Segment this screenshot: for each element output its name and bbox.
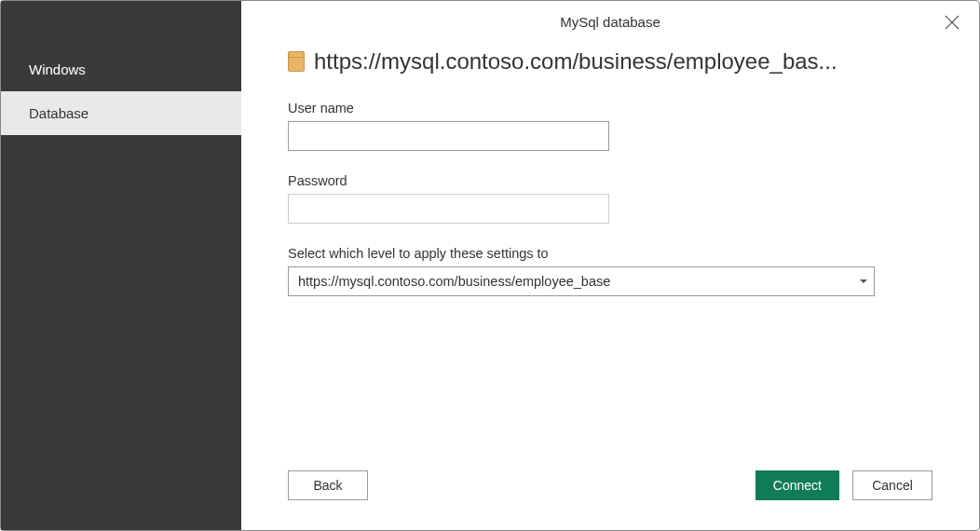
- close-icon: [944, 18, 960, 34]
- username-input[interactable]: [288, 121, 609, 151]
- cancel-button[interactable]: Cancel: [852, 470, 932, 500]
- dialog-title: MySql database: [241, 1, 979, 39]
- auth-type-sidebar: Windows Database: [1, 1, 241, 530]
- connect-button[interactable]: Connect: [755, 470, 839, 500]
- dialog-footer: Back Connect Cancel: [241, 470, 979, 530]
- sidebar-item-database[interactable]: Database: [1, 91, 241, 135]
- level-select-value: https://mysql.contoso.com/business/emplo…: [298, 274, 610, 289]
- password-input[interactable]: [288, 194, 609, 224]
- main-panel: MySql database https://mysql.contoso.com…: [241, 1, 979, 530]
- back-button[interactable]: Back: [288, 470, 368, 500]
- sidebar-item-label: Windows: [29, 61, 86, 77]
- password-label: Password: [288, 173, 932, 188]
- level-label: Select which level to apply these settin…: [288, 246, 932, 261]
- form-content: https://mysql.contoso.com/business/emplo…: [241, 39, 979, 470]
- datasource-url: https://mysql.contoso.com/business/emplo…: [314, 48, 932, 75]
- datasource-url-row: https://mysql.contoso.com/business/emplo…: [288, 48, 932, 75]
- level-select-box[interactable]: https://mysql.contoso.com/business/emplo…: [288, 266, 875, 296]
- sidebar-item-windows[interactable]: Windows: [1, 48, 241, 91]
- level-select[interactable]: https://mysql.contoso.com/business/emplo…: [288, 266, 875, 296]
- credential-dialog: Windows Database MySql database https://…: [0, 0, 980, 531]
- database-icon: [288, 51, 305, 72]
- username-label: User name: [288, 101, 932, 116]
- close-button[interactable]: [944, 14, 960, 34]
- sidebar-item-label: Database: [29, 105, 88, 121]
